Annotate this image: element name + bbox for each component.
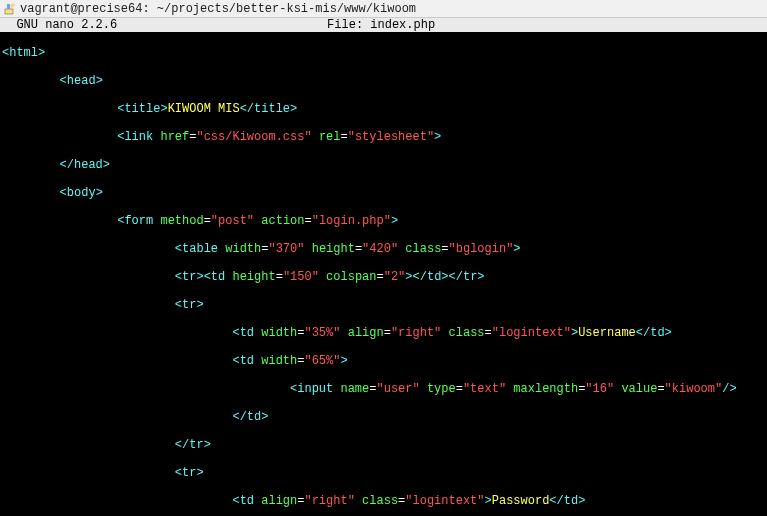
code-line: <html> [2,46,765,60]
code-line: <link href="css/Kiwoom.css" rel="stylesh… [2,130,765,144]
code-line: <td align="right" class="logintext">Pass… [2,494,765,508]
svg-rect-0 [5,9,13,14]
code-line: <body> [2,186,765,200]
nano-app-name: GNU nano 2.2.6 [2,18,117,32]
code-line: <table width="370" height="420" class="b… [2,242,765,256]
code-line: <title>KIWOOM MIS</title> [2,102,765,116]
code-line: </tr> [2,438,765,452]
code-line: <form method="post" action="login.php"> [2,214,765,228]
window-titlebar: vagrant@precise64: ~/projects/better-ksi… [0,0,767,18]
code-line: <input name="user" type="text" maxlength… [2,382,765,396]
code-line: <tr><td height="150" colspan="2"></td></… [2,270,765,284]
nano-header-spacer [645,18,765,32]
code-line: <head> [2,74,765,88]
putty-icon [4,3,16,15]
nano-file-label: File: index.php [117,18,645,32]
nano-header: GNU nano 2.2.6 File: index.php [0,18,767,32]
editor-area[interactable]: <html> <head> <title>KIWOOM MIS</title> … [0,32,767,516]
code-line: </td> [2,410,765,424]
window-title: vagrant@precise64: ~/projects/better-ksi… [20,2,416,16]
code-line: <td width="35%" align="right" class="log… [2,326,765,340]
svg-rect-1 [7,4,10,9]
code-line: <td width="65%"> [2,354,765,368]
code-line: </head> [2,158,765,172]
code-line: <tr> [2,466,765,480]
code-line: <tr> [2,298,765,312]
